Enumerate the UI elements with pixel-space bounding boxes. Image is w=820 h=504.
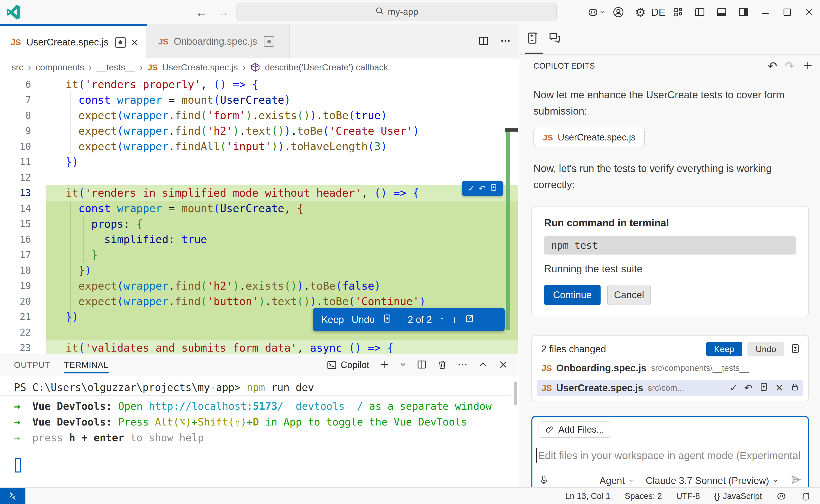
redo-edit-icon[interactable]: ↷ — [785, 59, 795, 73]
modified-indicator-icon[interactable] — [115, 37, 126, 48]
cancel-button[interactable]: Cancel — [607, 285, 651, 305]
notifications-bell-icon[interactable] — [801, 491, 811, 501]
terminal-dropdown-icon[interactable] — [399, 361, 407, 369]
line-number: 6 — [0, 77, 46, 92]
send-icon[interactable] — [790, 474, 802, 487]
mode-label: Agent — [599, 475, 625, 486]
customize-layout-icon[interactable] — [667, 0, 689, 24]
line-number: 14 — [0, 201, 46, 216]
next-change-icon[interactable]: ↓ — [452, 314, 457, 325]
code-text: expect(wrapper.find('button').text()).to… — [46, 294, 518, 309]
js-file-icon: JS — [541, 383, 552, 393]
copilot-edits-tab-icon[interactable] — [526, 31, 540, 46]
line-number: 8 — [0, 108, 46, 123]
undo-button[interactable]: Undo — [352, 314, 375, 325]
accept-file-check-icon[interactable]: ✓ — [730, 382, 738, 393]
tab-terminal[interactable]: TERMINAL — [64, 354, 108, 376]
terminal-panel[interactable]: OUTPUT TERMINAL Copilot PS C:\Users\olgu… — [0, 354, 519, 487]
new-terminal-icon[interactable] — [379, 359, 390, 371]
remove-file-icon[interactable]: ✕ — [775, 382, 783, 393]
chat-placeholder: Edit files in your workspace in agent mo… — [538, 450, 800, 462]
encoding[interactable]: UTF-8 — [676, 491, 700, 501]
breadcrumb-file[interactable]: UserCreate.spec.js — [162, 62, 238, 72]
tab-onboarding-spec[interactable]: JS Onboarding.spec.js — [147, 24, 290, 58]
js-file-icon: JS — [541, 363, 552, 373]
chat-text-input[interactable]: Edit files in your workspace in agent mo… — [536, 447, 805, 464]
breadcrumb-components[interactable]: components — [36, 62, 84, 72]
file-add-icon[interactable] — [382, 314, 392, 326]
accept-check-icon[interactable]: ✓ — [468, 184, 475, 193]
modified-indicator-icon[interactable] — [264, 36, 274, 47]
breadcrumb-tests[interactable]: __tests__ — [97, 62, 135, 72]
copilot-status-icon[interactable] — [776, 491, 786, 501]
line-number: 13 — [0, 185, 46, 201]
split-editor-icon[interactable] — [478, 35, 489, 48]
changed-file-row[interactable]: JS Onboarding.spec.js src\components\__t… — [537, 360, 803, 376]
indentation[interactable]: Spaces: 2 — [625, 491, 662, 501]
split-terminal-icon[interactable] — [416, 359, 427, 371]
open-diff-icon[interactable] — [464, 314, 474, 326]
mode-picker[interactable]: Agent — [599, 475, 635, 486]
keep-all-button[interactable]: Keep — [706, 342, 742, 356]
breadcrumb-symbol[interactable]: describe('UserCreate') callback — [265, 62, 388, 72]
file-chip[interactable]: JS UserCreate.spec.js — [533, 128, 645, 147]
chat-history: Now let me enhance the UserCreate tests … — [519, 77, 820, 487]
lock-icon[interactable] — [790, 382, 800, 394]
minimize-icon[interactable]: – — [754, 0, 776, 24]
account-icon[interactable] — [607, 0, 629, 24]
panel-title: COPILOT EDITS — [533, 61, 595, 71]
maximize-icon[interactable] — [776, 0, 798, 24]
language-mode[interactable]: {} JavaScript — [714, 491, 762, 501]
add-files-button[interactable]: Add Files... — [538, 421, 611, 438]
undo-edit-icon[interactable]: ↶ — [767, 59, 777, 73]
back-arrow-icon[interactable]: ← — [194, 5, 209, 20]
toggle-secondary-sidebar-icon[interactable] — [733, 0, 754, 24]
file-name: Onboarding.spec.js — [556, 363, 647, 374]
toggle-primary-sidebar-icon[interactable] — [689, 0, 711, 24]
copilot-menu-icon[interactable] — [585, 0, 607, 24]
open-file-icon[interactable] — [759, 382, 769, 394]
forward-arrow-icon[interactable]: → — [216, 5, 231, 20]
tab-close-icon[interactable]: × — [131, 36, 138, 49]
microphone-icon[interactable] — [538, 475, 549, 486]
settings-gear-icon[interactable]: ⚙ — [629, 0, 651, 24]
code-editor[interactable]: 6it('renders properly', () => {7 const w… — [0, 76, 519, 354]
view-diff-icon[interactable] — [790, 343, 801, 355]
add-files-label: Add Files... — [558, 424, 604, 435]
chat-input-box[interactable]: Add Files... Edit files in your workspac… — [531, 416, 809, 487]
undo-all-button[interactable]: Undo — [748, 342, 784, 356]
cursor-position[interactable]: Ln 13, Col 1 — [565, 491, 610, 501]
previous-change-icon[interactable]: ↑ — [440, 314, 444, 325]
symbol-method-icon — [250, 62, 260, 72]
tab-usercreate-spec[interactable]: JS UserCreate.spec.js × — [0, 24, 147, 58]
window-close-icon[interactable] — [798, 0, 820, 24]
changed-file-row-selected[interactable]: JS UserCreate.spec.js src\com... ✓ ↶ ✕ — [537, 380, 803, 396]
remote-indicator[interactable] — [0, 488, 25, 504]
breadcrumb-src[interactable]: src — [11, 62, 23, 72]
continue-button[interactable]: Continue — [544, 285, 600, 305]
command-center-search[interactable]: my-app — [237, 3, 557, 21]
breadcrumb: src › components › __tests__ › JS UserCr… — [0, 58, 519, 76]
close-panel-icon[interactable] — [498, 359, 508, 371]
tab-output[interactable]: OUTPUT — [14, 354, 50, 376]
kill-terminal-trash-icon[interactable] — [437, 359, 447, 371]
toggle-panel-icon[interactable] — [711, 0, 733, 24]
keep-button[interactable]: Keep — [321, 314, 344, 325]
assistant-message: Now, let's run the tests to verify every… — [533, 160, 805, 193]
new-session-plus-icon[interactable] — [802, 60, 813, 72]
code-text — [46, 170, 518, 185]
discard-file-undo-icon[interactable]: ↶ — [744, 382, 752, 393]
scrollbar-thumb[interactable] — [505, 128, 518, 132]
panel-more-icon[interactable] — [457, 359, 468, 371]
file-edit-icon[interactable] — [490, 184, 497, 193]
more-actions-icon[interactable] — [500, 35, 511, 48]
chat-tab-icon[interactable] — [548, 31, 562, 46]
terminal-shell-item[interactable]: Copilot — [327, 360, 369, 370]
model-picker[interactable]: Claude 3.7 Sonnet (Preview) — [646, 475, 779, 486]
file-path: src\com... — [648, 383, 684, 393]
tab-bar: JS UserCreate.spec.js × JS Onboarding.sp… — [0, 24, 519, 58]
code-line-16: 16 simplified: true — [0, 232, 518, 247]
discard-undo-icon[interactable]: ↶ — [479, 184, 486, 193]
terminal-scrollbar-thumb[interactable] — [514, 382, 517, 405]
maximize-panel-icon[interactable] — [477, 359, 488, 371]
